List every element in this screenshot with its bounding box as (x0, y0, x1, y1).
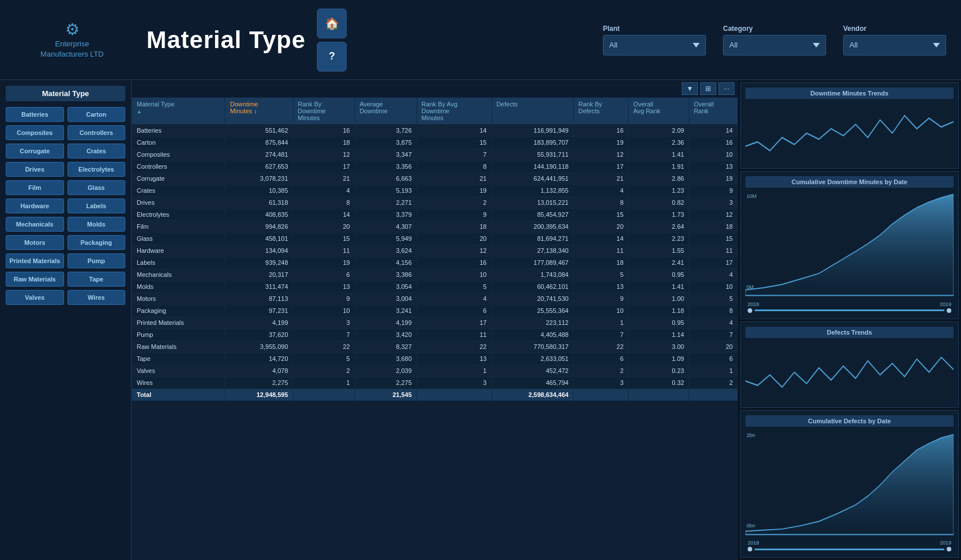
table-row[interactable]: Mechanicals20,31763,386101,743,08450.954 (132, 269, 738, 281)
col-header-rank-downtime[interactable]: Rank ByDowntimeMinutes (293, 98, 355, 125)
svg-marker-1 (745, 435, 954, 535)
cumulative-defects-x-labels: 2018 2019 (745, 540, 954, 546)
table-row[interactable]: Electrolytes408,835143,379985,454,927151… (132, 209, 738, 221)
table-cell: 81,694,271 (491, 233, 573, 245)
total-row: Total12,948,59521,5452,598,634,464 (132, 389, 738, 401)
sidebar-btn-batteries[interactable]: Batteries (6, 107, 64, 122)
total-cell: 21,545 (355, 389, 416, 401)
table-cell: 61,318 (225, 197, 293, 209)
table-row[interactable]: Hardware134,094113,6241227,138,340111.55… (132, 245, 738, 257)
table-cell: 5 (416, 281, 491, 293)
slider-track[interactable] (754, 309, 944, 311)
table-cell: 16 (293, 125, 355, 137)
filter-button[interactable]: ▼ (682, 82, 698, 95)
cumulative-defects-chart: Cumulative Defects by Date 2bn 0bn 2018 (740, 410, 959, 558)
sidebar-btn-film[interactable]: Film (6, 180, 64, 195)
table-cell: Motors (132, 293, 225, 305)
sidebar-btn-pump[interactable]: Pump (67, 253, 126, 268)
col-header-avg-downtime[interactable]: AverageDowntime (355, 98, 416, 125)
table-row[interactable]: Motors87,11393,004420,741,53091.005 (132, 293, 738, 305)
more-button[interactable]: ··· (718, 82, 734, 95)
home-button[interactable]: 🏠 (317, 9, 347, 38)
table-row[interactable]: Film994,826204,30718200,395,634202.6418 (132, 221, 738, 233)
col-header-material-type[interactable]: Material Type▲ (132, 98, 225, 125)
col-header-overall-avg-rank[interactable]: OverallAvg Rank (629, 98, 689, 125)
table-row[interactable]: Labels939,248194,15616177,089,467182.411… (132, 257, 738, 269)
sidebar-btn-glass[interactable]: Glass (67, 180, 126, 195)
sidebar-btn-composites[interactable]: Composites (6, 125, 64, 140)
table-row[interactable]: Glass458,101155,9492081,694,271142.2315 (132, 233, 738, 245)
table-cell: 1,743,084 (491, 269, 573, 281)
sidebar-btn-drives[interactable]: Drives (6, 162, 64, 177)
table-row[interactable]: Crates10,38545,193191,132,85541.239 (132, 185, 738, 197)
sidebar-btn-carton[interactable]: Carton (67, 107, 126, 122)
col-header-rank-avg-downtime[interactable]: Rank By AvgDowntimeMinutes (416, 98, 491, 125)
sidebar-btn-corrugate[interactable]: Corrugate (6, 144, 64, 158)
table-cell: 16 (416, 257, 491, 269)
downtime-slider[interactable] (745, 307, 954, 314)
col-header-defects[interactable]: Defects (491, 98, 573, 125)
sidebar-btn-controllers[interactable]: Controllers (67, 125, 126, 140)
table-cell: 2.09 (629, 125, 689, 137)
table-row[interactable]: Molds311,474133,054560,462,101131.4110 (132, 281, 738, 293)
sidebar-btn-crates[interactable]: Crates (67, 144, 126, 158)
downtime-trends-title: Downtime Minutes Trends (745, 88, 954, 99)
table-row[interactable]: Composites274,481123,347755,931,711121.4… (132, 149, 738, 161)
right-panel: Downtime Minutes Trends Cumulative Downt… (738, 80, 961, 560)
table-cell: 8 (573, 197, 628, 209)
table-cell: 3,386 (355, 269, 416, 281)
table-cell: 2,271 (355, 197, 416, 209)
table-cell: 17 (689, 257, 737, 269)
table-cell: 14 (573, 233, 628, 245)
sidebar-btn-packaging[interactable]: Packaging (67, 235, 126, 250)
downtime-trends-chart: Downtime Minutes Trends (740, 82, 959, 169)
plant-filter-select[interactable]: All (603, 35, 706, 55)
table-row[interactable]: Valves4,07822,0391452,47220.231 (132, 365, 738, 377)
table-row[interactable]: Corrugate3,078,231216,66321624,441,95121… (132, 173, 738, 185)
table-cell: 551,462 (225, 125, 293, 137)
defects-slider[interactable] (745, 546, 954, 553)
col-header-rank-defects[interactable]: Rank ByDefects (573, 98, 628, 125)
category-filter-select[interactable]: All (723, 35, 826, 55)
sidebar-btn-raw-materials[interactable]: Raw Materials (6, 272, 64, 287)
table-row[interactable]: Wires2,27512,2753465,79430.322 (132, 377, 738, 389)
table-row[interactable]: Packaging97,231103,241625,555,364101.188 (132, 305, 738, 317)
table-row[interactable]: Batteries551,462163,72614116,991,949162.… (132, 125, 738, 137)
vendor-filter-select[interactable]: All (843, 35, 946, 55)
table-row[interactable]: Drives61,31882,271213,015,22180.823 (132, 197, 738, 209)
sidebar-btn-tape[interactable]: Tape (67, 272, 126, 287)
plant-filter-group: Plant All (603, 25, 706, 55)
sidebar-btn-motors[interactable]: Motors (6, 235, 64, 250)
table-toolbar: ▼ ⊞ ··· (132, 80, 738, 97)
table-row[interactable]: Pump37,62073,420114,405,48871.147 (132, 329, 738, 341)
sidebar-btn-valves[interactable]: Valves (6, 290, 64, 305)
table-cell: 2.41 (629, 257, 689, 269)
sidebar-btn-wires[interactable]: Wires (67, 290, 126, 305)
table-row[interactable]: Controllers627,653173,3568144,190,118171… (132, 161, 738, 173)
col-header-downtime-minutes[interactable]: DowntimeMinutes ↕ (225, 98, 293, 125)
table-cell: 2 (416, 197, 491, 209)
sidebar-btn-labels[interactable]: Labels (67, 198, 126, 213)
table-row[interactable]: Raw Materials3,955,090228,32722770,580,3… (132, 341, 738, 353)
help-button[interactable]: ? (317, 42, 347, 72)
table-cell: 939,248 (225, 257, 293, 269)
sidebar-btn-molds[interactable]: Molds (67, 217, 126, 232)
table-row[interactable]: Carton875,844183,87515183,895,707192.361… (132, 137, 738, 149)
table-cell: 13,015,221 (491, 197, 573, 209)
sidebar-btn-hardware[interactable]: Hardware (6, 198, 64, 213)
table-cell: Valves (132, 365, 225, 377)
table-row[interactable]: Tape14,72053,680132,633,05161.096 (132, 353, 738, 365)
defects-slider-track[interactable] (754, 549, 944, 550)
sidebar-btn-electrolytes[interactable]: Electrolytes (67, 162, 126, 177)
grid-button[interactable]: ⊞ (700, 82, 716, 95)
page-title: Material Type (146, 26, 305, 54)
table-row[interactable]: Printed Materials4,19934,19917223,11210.… (132, 317, 738, 329)
x-label-2019: 2019 (940, 301, 951, 307)
col-header-overall-rank[interactable]: OverallRank (689, 98, 737, 125)
sidebar-btn-printed-materials[interactable]: Printed Materials (6, 253, 64, 268)
table-cell: 3.00 (629, 341, 689, 353)
table-cell: 22 (573, 341, 628, 353)
sidebar-btn-mechanicals[interactable]: Mechanicals (6, 217, 64, 232)
table-cell: 97,231 (225, 305, 293, 317)
defects-x-label-2018: 2018 (748, 540, 759, 546)
